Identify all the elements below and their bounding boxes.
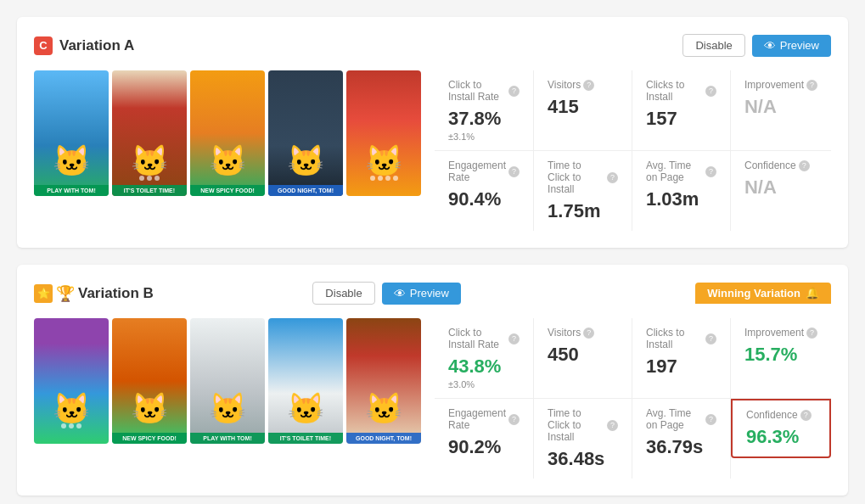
stat-label-improvement-a: Improvement ? (744, 79, 817, 91)
variation-a-preview-button[interactable]: 👁 Preview (752, 35, 831, 57)
stat-time-click-a: Time to Click to Install ? 1.75m (534, 151, 632, 231)
stat-value-engagement-b: 90.2% (448, 436, 520, 458)
screenshot-1: 🐱 PLAY WITH TOM! (34, 70, 109, 196)
info-icon-improvement-a: ? (806, 80, 817, 91)
screenshot-b-1: 🐱 (34, 318, 109, 444)
screenshot-4: 🐱 GOOD NIGHT, TOM! (268, 70, 343, 196)
screenshot-b-2: 🐱 NEW SPICY FOOD! (112, 318, 187, 444)
stat-value-clicks-a: 157 (646, 108, 716, 130)
stat-value-improvement-a: N/A (744, 96, 817, 118)
stat-label-engagement-b: Engagement Rate ? (448, 407, 520, 431)
info-icon-avg-time-a: ? (705, 166, 716, 177)
info-icon-engagement-b: ? (508, 414, 520, 425)
screenshot-2: 🐱 IT'S TOILET TIME! (112, 70, 187, 196)
stat-label-clicks-b: Clicks to Install ? (646, 327, 716, 350)
winning-label: Winning Variation (707, 287, 800, 300)
stat-value-engagement-a: 90.4% (448, 188, 520, 210)
variation-b-screenshots: 🐱 🐱 NEW SPICY FOOD! 🐱 PLAY WITH TOM! 🐱 I… (34, 318, 421, 444)
screenshot-5: 🐱 (346, 70, 421, 196)
eye-icon-b: 👁 (394, 287, 406, 300)
stat-time-click-b: Time to Click to Install ? 36.48s (534, 399, 632, 479)
stat-label-visitors-a: Visitors ? (548, 79, 618, 91)
variation-b-preview-button[interactable]: 👁 Preview (382, 283, 461, 305)
variation-b-disable-button[interactable]: Disable (312, 282, 374, 305)
stat-value-time-click-b: 36.48s (548, 448, 618, 470)
screenshot-controls (112, 176, 187, 181)
stat-value-clicks-b: 197 (646, 356, 716, 378)
stat-label-improvement-b: Improvement ? (744, 327, 817, 339)
star-icon: ⭐ (34, 284, 53, 303)
info-icon-avg-time-b: ? (705, 414, 716, 425)
winning-confidence-wrapper: Confidence ? 96.3% (731, 399, 831, 458)
screenshot-label-3: NEW SPICY FOOD! (190, 185, 265, 196)
stat-visitors-b: Visitors ? 450 (534, 318, 632, 399)
screenshot-b-5: 🐱 GOOD NIGHT, TOM! (346, 318, 421, 444)
cat-figure-3: 🐱 (209, 143, 247, 179)
screenshot-label-b4: IT'S TOILET TIME! (268, 433, 343, 444)
variation-b-title: Variation B (78, 285, 312, 302)
stat-engagement-b: Engagement Rate ? 90.2% (435, 399, 534, 479)
stat-label-ctr-b: Click to Install Rate ? (448, 327, 520, 350)
screenshot-label-b2: NEW SPICY FOOD! (112, 433, 187, 444)
trophy-icon: 🏆 (56, 284, 75, 303)
stat-sub-ctr-a: ±3.1% (448, 132, 520, 142)
eye-icon: 👁 (764, 39, 776, 53)
variation-a-stats: Click to Install Rate ? 37.8% ±3.1% Visi… (435, 70, 831, 231)
cat-figure-5: 🐱 (365, 143, 403, 179)
info-icon-confidence-a: ? (799, 160, 810, 171)
variation-a-buttons: Disable 👁 Preview (682, 34, 831, 57)
stat-sub-ctr-b: ±3.0% (448, 379, 520, 389)
screenshot-label-1: PLAY WITH TOM! (34, 185, 109, 196)
winning-variation-banner: Winning Variation 🔔 (695, 283, 831, 304)
stat-value-ctr-b: 43.8% (448, 356, 520, 378)
variation-a-screenshots: 🐱 PLAY WITH TOM! 🐱 IT'S TOILET TIME! 🐱 N… (34, 70, 421, 196)
stat-value-confidence-b: 96.3% (746, 426, 816, 448)
info-icon-ctr-b: ? (508, 333, 520, 344)
screenshot-label-b3: PLAY WITH TOM! (190, 433, 265, 444)
screenshot-3: 🐱 NEW SPICY FOOD! (190, 70, 265, 196)
variation-b-stats: Click to Install Rate ? 43.8% ±3.0% Visi… (435, 318, 831, 479)
stat-improvement-b: Improvement ? 15.7% (731, 318, 831, 399)
screenshot-b-3: 🐱 PLAY WITH TOM! (190, 318, 265, 444)
screenshot-b-4: 🐱 IT'S TOILET TIME! (268, 318, 343, 444)
variation-a-disable-button[interactable]: Disable (682, 34, 744, 57)
stat-label-confidence-a: Confidence ? (744, 160, 817, 171)
stat-confidence-a: Confidence ? N/A (731, 151, 831, 231)
stat-value-avg-time-a: 1.03m (646, 188, 716, 210)
variation-a-header: C Variation A Disable 👁 Preview (34, 34, 831, 57)
stat-avg-time-a: Avg. Time on Page ? 1.03m (632, 151, 731, 231)
variation-a-title: Variation A (59, 37, 682, 54)
stat-engagement-a: Engagement Rate ? 90.4% (435, 151, 534, 231)
stat-clicks-install-a: Clicks to Install ? 157 (632, 70, 731, 151)
cat-figure-b4: 🐱 (287, 391, 325, 427)
stat-value-visitors-b: 450 (548, 344, 618, 366)
cat-figure-b5: 🐱 (365, 391, 403, 427)
screenshot-controls-5 (346, 176, 421, 181)
stat-click-install-rate-a: Click to Install Rate ? 37.8% ±3.1% (435, 70, 534, 151)
stat-ctr-b: Click to Install Rate ? 43.8% ±3.0% (435, 318, 534, 399)
info-icon-engagement-a: ? (508, 166, 520, 177)
screenshot-label-b5: GOOD NIGHT, TOM! (346, 433, 421, 444)
stat-label-avg-time-b: Avg. Time on Page ? (646, 407, 716, 431)
stat-label-time-click-a: Time to Click to Install ? (548, 160, 618, 195)
stat-clicks-b: Clicks to Install ? 197 (632, 318, 731, 399)
variation-b-header: ⭐ 🏆 Variation B Disable 👁 Preview Winnin… (34, 282, 831, 305)
stat-label-engagement-a: Engagement Rate ? (448, 160, 520, 183)
stat-label-clicks-a: Clicks to Install ? (646, 79, 716, 103)
stat-label-avg-time-a: Avg. Time on Page ? (646, 160, 716, 183)
stat-value-ctr-a: 37.8% (448, 108, 520, 130)
cat-figure-b2: 🐱 (131, 391, 169, 427)
bell-icon: 🔔 (806, 287, 819, 300)
stat-label-time-click-b: Time to Click to Install ? (548, 407, 618, 443)
info-icon-visitors-a: ? (583, 80, 594, 91)
variation-b-card: ⭐ 🏆 Variation B Disable 👁 Preview Winnin… (17, 265, 848, 496)
stat-value-time-click-a: 1.75m (548, 200, 618, 222)
variation-b-buttons: Disable 👁 Preview (312, 282, 461, 305)
stat-value-avg-time-b: 36.79s (646, 436, 716, 458)
stat-improvement-a: Improvement ? N/A (731, 70, 831, 151)
stat-confidence-b-wrapper: Confidence ? 96.3% (731, 399, 831, 479)
stat-value-visitors-a: 415 (548, 96, 618, 118)
stat-value-confidence-a: N/A (744, 176, 817, 199)
stat-value-improvement-b: 15.7% (744, 344, 817, 366)
variation-b-body: 🐱 🐱 NEW SPICY FOOD! 🐱 PLAY WITH TOM! 🐱 I… (34, 318, 831, 479)
